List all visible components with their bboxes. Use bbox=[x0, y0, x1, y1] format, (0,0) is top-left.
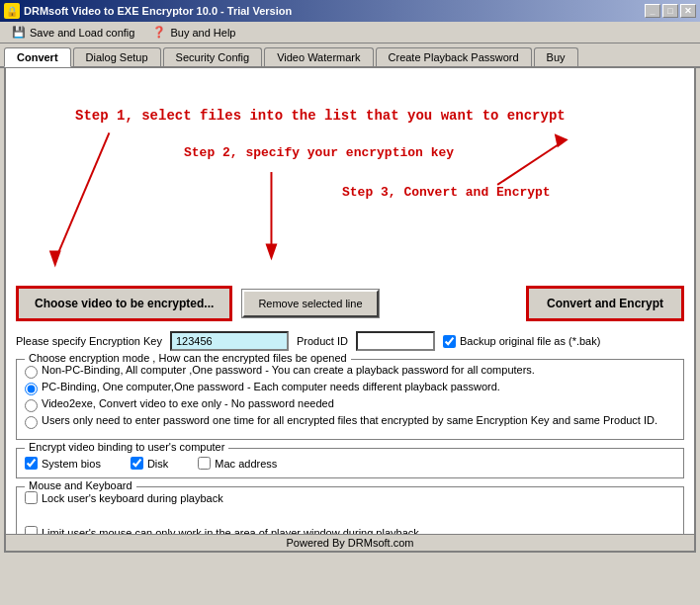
main-content: Step 1, select files into the list that … bbox=[4, 68, 696, 553]
lock-keyboard-label[interactable]: Lock user's keyboard during playback bbox=[25, 491, 675, 504]
product-id-label: Product ID bbox=[297, 335, 348, 347]
help-icon: ❓ bbox=[152, 26, 166, 39]
radio-video2exe-input[interactable] bbox=[25, 399, 38, 412]
tab-create-playback[interactable]: Create Playback Password bbox=[376, 47, 532, 66]
tab-dialog-setup[interactable]: Dialog Setup bbox=[73, 47, 161, 66]
mac-address-checkbox[interactable] bbox=[198, 457, 211, 470]
backup-checkbox[interactable] bbox=[443, 335, 456, 348]
convert-encrypt-button[interactable]: Convert and Encrypt bbox=[526, 286, 684, 321]
tab-security-config[interactable]: Security Config bbox=[163, 47, 263, 66]
lock-keyboard-checkbox[interactable] bbox=[25, 491, 38, 504]
radio-non-pc: Non-PC-Binding, All computer ,One passwo… bbox=[25, 364, 675, 379]
title-bar: 🔒 DRMsoft Video to EXE Encryptor 10.0 - … bbox=[0, 0, 700, 22]
save-icon: 💾 bbox=[12, 26, 26, 39]
radio-pc-binding-input[interactable] bbox=[25, 383, 38, 395]
enc-key-row: Please specify Encryption Key Product ID… bbox=[16, 331, 684, 351]
steps-area: Step 1, select files into the list that … bbox=[16, 78, 684, 276]
svg-line-0 bbox=[55, 132, 110, 260]
choose-video-button[interactable]: Choose video to be encrypted... bbox=[16, 286, 232, 321]
tab-buy[interactable]: Buy bbox=[534, 47, 578, 66]
radio-users-only: Users only need to enter password one ti… bbox=[25, 414, 675, 429]
tab-convert[interactable]: Convert bbox=[4, 47, 71, 67]
enc-key-input[interactable] bbox=[170, 331, 289, 351]
radio-non-pc-input[interactable] bbox=[25, 366, 38, 379]
tab-video-watermark[interactable]: Video Watermark bbox=[264, 47, 373, 66]
remove-selected-button[interactable]: Remove selected line bbox=[242, 290, 378, 317]
status-bar: Powered By DRMsoft.com bbox=[6, 534, 694, 551]
system-bios-label[interactable]: System bios bbox=[25, 457, 101, 470]
radio-video2exe: Video2exe, Convert video to exe only - N… bbox=[25, 397, 675, 412]
disk-label[interactable]: Disk bbox=[131, 457, 168, 470]
mouse-keyboard-label: Mouse and Keyboard bbox=[25, 479, 136, 491]
menu-buy-help[interactable]: ❓ Buy and Help bbox=[144, 24, 243, 41]
step1-text: Step 1, select files into the list that … bbox=[75, 108, 566, 124]
step2-text: Step 2, specify your encryption key bbox=[184, 145, 454, 160]
svg-marker-3 bbox=[266, 244, 278, 261]
enc-key-label: Please specify Encryption Key bbox=[16, 335, 162, 347]
disk-checkbox[interactable] bbox=[131, 457, 143, 470]
tab-bar: Convert Dialog Setup Security Config Vid… bbox=[0, 43, 700, 68]
binding-options-row: System bios Disk Mac address bbox=[25, 453, 675, 470]
mac-address-label[interactable]: Mac address bbox=[198, 457, 277, 470]
buttons-row: Choose video to be encrypted... Remove s… bbox=[16, 286, 684, 321]
svg-marker-5 bbox=[555, 133, 569, 147]
menu-bar: 💾 Save and Load config ❓ Buy and Help bbox=[0, 22, 700, 43]
radio-users-only-input[interactable] bbox=[25, 416, 38, 429]
encrypt-binding-group: Encrypt video binding to user's computer… bbox=[16, 448, 684, 478]
maximize-button[interactable]: □ bbox=[662, 4, 678, 18]
svg-line-4 bbox=[497, 142, 562, 185]
system-bios-checkbox[interactable] bbox=[25, 457, 38, 470]
product-id-input[interactable] bbox=[356, 331, 435, 351]
encryption-mode-label: Choose encryption mode , How can the enc… bbox=[25, 352, 351, 364]
step3-text: Step 3, Convert and Encrypt bbox=[342, 185, 551, 200]
menu-save-load[interactable]: 💾 Save and Load config bbox=[4, 24, 142, 41]
backup-checkbox-label[interactable]: Backup original file as (*.bak) bbox=[443, 335, 600, 348]
title-text: DRMsoft Video to EXE Encryptor 10.0 - Tr… bbox=[24, 5, 292, 17]
window-controls: _ □ ✕ bbox=[645, 4, 696, 18]
encryption-mode-group: Choose encryption mode , How can the enc… bbox=[16, 359, 684, 440]
encrypt-binding-label: Encrypt video binding to user's computer bbox=[25, 441, 228, 453]
radio-pc-binding: PC-Binding, One computer,One password - … bbox=[25, 381, 675, 395]
close-button[interactable]: ✕ bbox=[680, 4, 696, 18]
minimize-button[interactable]: _ bbox=[645, 4, 660, 18]
status-text: Powered By DRMsoft.com bbox=[287, 537, 414, 549]
app-icon: 🔒 bbox=[4, 3, 20, 19]
svg-marker-1 bbox=[49, 251, 61, 268]
